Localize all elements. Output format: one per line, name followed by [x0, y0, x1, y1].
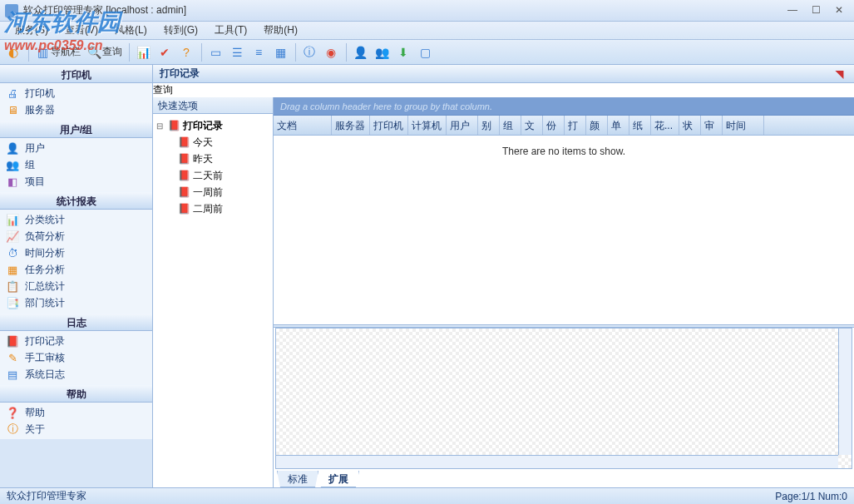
task-analysis-icon: ▦	[5, 263, 20, 276]
minimize-button[interactable]: —	[782, 3, 802, 18]
sidebar-item-servers[interactable]: 🖥服务器	[0, 101, 152, 118]
tool-user1-icon[interactable]: 👤	[350, 42, 372, 62]
book-icon: 📕	[177, 169, 190, 182]
sidebar-item-label: 手工审核	[25, 351, 65, 365]
sidebar-item-category-stats[interactable]: 📊分类统计	[0, 211, 152, 228]
content-header: 打印记录 ◥	[153, 65, 854, 83]
sidebar-item-groups[interactable]: 👥组	[0, 156, 152, 173]
sidebar-item-manual-review[interactable]: ✎手工审核	[0, 349, 152, 366]
grid-col-0[interactable]: 文档	[274, 116, 332, 135]
sidebar-item-label: 任务分析	[25, 263, 65, 277]
sidebar-item-label: 关于	[25, 422, 45, 437]
close-button[interactable]: ✕	[829, 3, 849, 18]
grid-col-11[interactable]: 单	[608, 116, 629, 135]
grid-col-12[interactable]: 纸	[629, 116, 651, 135]
content-title: 打印记录	[160, 67, 200, 81]
tool-grid-icon[interactable]: ▦	[270, 42, 292, 62]
sidebar-item-about[interactable]: ⓘ关于	[0, 421, 152, 437]
grid-area: Drag a column header here to group by th…	[274, 97, 854, 487]
menu-2[interactable]: 风格(L)	[106, 22, 155, 39]
app-icon	[5, 4, 18, 17]
menu-bar: 服务(S)查看(V)风格(L)转到(G)工具(T)帮助(H)	[0, 22, 854, 40]
sidebar-item-sys-log[interactable]: ▤系统日志	[0, 366, 152, 383]
sidebar-item-users[interactable]: 👤用户	[0, 140, 152, 156]
menu-3[interactable]: 转到(G)	[155, 22, 206, 39]
grid-col-6[interactable]: 组	[500, 116, 521, 135]
grid-col-10[interactable]: 颜	[586, 116, 608, 135]
query-side-label[interactable]: 查询	[153, 83, 854, 97]
tool-info-icon[interactable]: ⓘ	[299, 42, 321, 62]
nav-panel-button[interactable]: ▥导航栏	[32, 42, 84, 62]
tool-chart-icon[interactable]: 📊	[133, 42, 155, 62]
preview-scrollbar-h[interactable]	[276, 455, 838, 468]
grid-col-1[interactable]: 服务器	[332, 116, 370, 135]
tool-page-icon[interactable]: ▢	[415, 42, 437, 62]
tree-child-2[interactable]: 📕二天前	[155, 167, 271, 184]
dept-stats-icon: 📑	[5, 296, 20, 309]
sidebar-item-projects[interactable]: ◧项目	[0, 173, 152, 190]
menu-4[interactable]: 工具(T)	[206, 22, 255, 39]
tool-align1-icon[interactable]: ▭	[205, 42, 227, 62]
grid-col-2[interactable]: 打印机	[370, 116, 408, 135]
tab-standard[interactable]: 标准	[277, 471, 318, 487]
grid-col-15[interactable]: 审	[701, 116, 723, 135]
sidebar-item-task-analysis[interactable]: ▦任务分析	[0, 261, 152, 278]
grid-col-4[interactable]: 用户	[447, 116, 478, 135]
sidebar-item-label: 系统日志	[25, 368, 65, 382]
sidebar-item-time-analysis[interactable]: ⏱时间分析	[0, 245, 152, 261]
tree: ⊟📕打印记录📕今天📕昨天📕二天前📕一周前📕二周前	[153, 114, 273, 487]
bookmark-icon[interactable]: ◥	[831, 68, 847, 80]
content-area: 打印记录 ◥ 查询 快速选项 ⊟📕打印记录📕今天📕昨天📕二天前📕一周前📕二周前 …	[153, 65, 854, 487]
grid-col-5[interactable]: 别	[478, 116, 500, 135]
sidebar-item-load-analysis[interactable]: 📈负荷分析	[0, 228, 152, 245]
sidebar-group-用户/组[interactable]: 用户/组	[0, 120, 152, 138]
maximize-button[interactable]: ☐	[806, 3, 826, 18]
tool-help-icon[interactable]: ?	[176, 42, 198, 62]
grid-header: 文档服务器打印机计算机用户别组文份打颜单纸花...状审时间	[274, 116, 854, 136]
grid-col-8[interactable]: 份	[543, 116, 565, 135]
sidebar-group-日志[interactable]: 日志	[0, 313, 152, 331]
grid-col-9[interactable]: 打	[565, 116, 586, 135]
tree-header: 快速选项	[153, 97, 273, 114]
sidebar-item-print-log[interactable]: 📕打印记录	[0, 333, 152, 349]
tree-root[interactable]: ⊟📕打印记录	[155, 117, 271, 134]
sidebar-group-帮助[interactable]: 帮助	[0, 384, 152, 403]
sidebar-item-summary-stats[interactable]: 📋汇总统计	[0, 278, 152, 294]
sidebar-item-dept-stats[interactable]: 📑部门统计	[0, 294, 152, 311]
tab-extended[interactable]: 扩展	[318, 471, 359, 487]
sidebar-item-printers[interactable]: 🖨打印机	[0, 85, 152, 101]
sidebar-item-label: 负荷分析	[25, 230, 65, 244]
tree-child-4[interactable]: 📕二周前	[155, 200, 271, 217]
collapse-icon[interactable]: ⊟	[155, 121, 165, 131]
sys-log-icon: ▤	[5, 368, 20, 381]
tree-child-3[interactable]: 📕一周前	[155, 184, 271, 200]
grid-empty-text: There are no items to show.	[502, 146, 625, 157]
menu-0[interactable]: 服务(S)	[7, 22, 57, 39]
grid-col-14[interactable]: 状	[679, 116, 701, 135]
grid-col-7[interactable]: 文	[521, 116, 543, 135]
sidebar-group-统计报表[interactable]: 统计报表	[0, 191, 152, 210]
book-icon: 📕	[177, 136, 190, 149]
grid-col-3[interactable]: 计算机	[408, 116, 447, 135]
tool-check-icon[interactable]: ✔	[155, 42, 176, 62]
tree-child-0[interactable]: 📕今天	[155, 134, 271, 151]
sidebar-item-help[interactable]: ❓帮助	[0, 404, 152, 421]
grid-col-13[interactable]: 花...	[651, 116, 679, 135]
group-by-bar[interactable]: Drag a column header here to group by th…	[274, 97, 854, 116]
tree-child-1[interactable]: 📕昨天	[155, 151, 271, 167]
query-button[interactable]: 🔍查询	[84, 42, 126, 62]
preview-scrollbar-v[interactable]	[838, 329, 852, 455]
toolbar-icon-1[interactable]: ◐	[3, 42, 25, 62]
tool-align3-icon[interactable]: ≡	[249, 42, 270, 62]
tool-user2-icon[interactable]: 👥	[372, 42, 393, 62]
sidebar-item-label: 汇总统计	[25, 279, 65, 294]
tool-align2-icon[interactable]: ☰	[227, 42, 249, 62]
menu-5[interactable]: 帮助(H)	[255, 22, 306, 39]
sidebar-group-打印机[interactable]: 打印机	[0, 65, 152, 83]
grid-col-16[interactable]: 时间	[723, 116, 764, 135]
book-icon: 📕	[177, 152, 190, 166]
tool-down-icon[interactable]: ⬇	[393, 42, 415, 62]
preview-panel	[275, 328, 852, 469]
tool-stop-icon[interactable]: ◉	[321, 42, 343, 62]
menu-1[interactable]: 查看(V)	[57, 22, 106, 39]
